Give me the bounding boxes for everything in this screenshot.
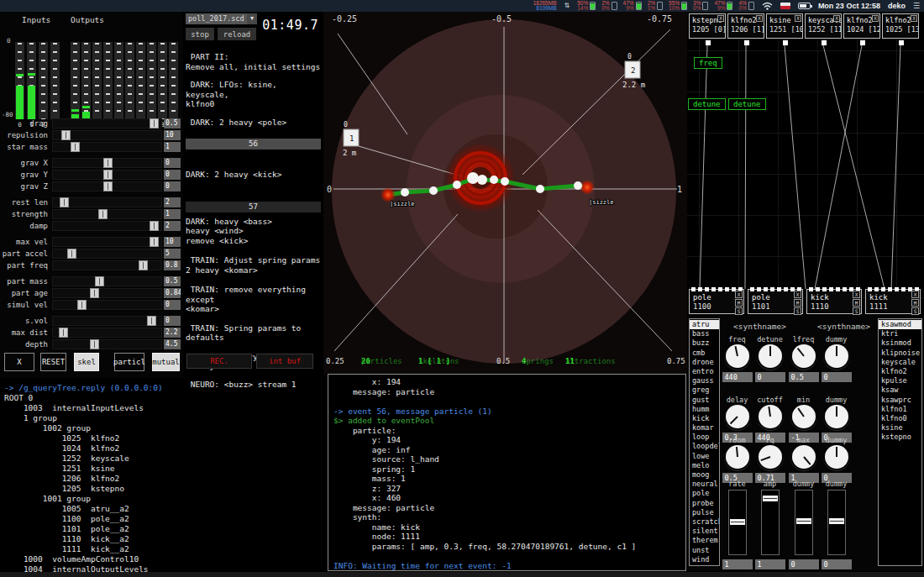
input-port[interactable]: [901, 287, 906, 291]
max-knob[interactable]: [792, 445, 816, 469]
slider-handle[interactable]: [90, 288, 99, 298]
fader-handle[interactable]: [796, 518, 811, 524]
lfo-list-item[interactable]: ksawmod: [879, 320, 921, 329]
m-button[interactable]: M: [853, 299, 860, 307]
param-slider[interactable]: [52, 197, 162, 207]
cue-progress-bar[interactable]: 57: [186, 202, 321, 212]
input-port[interactable]: [711, 287, 716, 291]
s-button[interactable]: S: [911, 307, 919, 315]
input-port[interactable]: [881, 287, 885, 291]
cutoff-knob[interactable]: [759, 405, 782, 428]
battery-icon[interactable]: [798, 3, 811, 9]
int-buf-button[interactable]: int buf: [256, 354, 313, 369]
input-port[interactable]: [691, 287, 696, 291]
param-slider[interactable]: [52, 288, 162, 298]
reload-button[interactable]: reload: [218, 28, 256, 40]
particl-button[interactable]: particl: [114, 353, 144, 371]
node-output-port[interactable]: [783, 40, 788, 45]
close-icon[interactable]: X: [756, 15, 763, 22]
lfo-list-item[interactable]: klfno2: [879, 367, 921, 376]
synth-list-item[interactable]: loopdel: [690, 442, 719, 451]
synth-list-item[interactable]: gauss: [690, 376, 719, 386]
lfo-list-item[interactable]: ksawprc: [879, 396, 921, 405]
input-port[interactable]: [843, 287, 847, 291]
synth-list-item[interactable]: pole: [690, 489, 719, 498]
synth-node[interactable]: kick1110XMS: [806, 289, 862, 314]
param-slider[interactable]: [52, 130, 162, 140]
close-icon[interactable]: X: [717, 15, 724, 22]
lfo-list-item[interactable]: keyscale: [879, 358, 921, 367]
input-port[interactable]: [874, 287, 879, 291]
synth-list-item[interactable]: lowe: [690, 452, 719, 461]
param-tag-freq[interactable]: freq: [694, 57, 722, 69]
synth-list-item[interactable]: melo: [690, 461, 719, 470]
menubar-user[interactable]: deko: [888, 2, 906, 10]
synth-list-item[interactable]: neural: [690, 480, 719, 489]
slider-handle[interactable]: [103, 158, 113, 168]
amp-fader[interactable]: [761, 490, 780, 555]
slider-handle[interactable]: [77, 300, 87, 310]
menu-list-icon[interactable]: ☰: [913, 2, 920, 10]
slider-handle[interactable]: [59, 328, 68, 338]
m-button[interactable]: M: [735, 299, 743, 307]
s-button[interactable]: S: [794, 307, 801, 315]
fader-handle[interactable]: [763, 496, 778, 501]
slider-handle[interactable]: [150, 221, 159, 231]
param-slider[interactable]: [52, 249, 162, 259]
cue-progress-bar[interactable]: 56: [186, 139, 321, 149]
lfo-list-item[interactable]: kpulse: [879, 376, 921, 386]
param-slider[interactable]: [52, 118, 162, 129]
x-button[interactable]: X: [4, 353, 34, 371]
x-button[interactable]: X: [735, 291, 743, 298]
x-button[interactable]: X: [853, 291, 860, 298]
input-port[interactable]: [725, 287, 729, 291]
node-tree-console[interactable]: -> /g_queryTree.reply (0.0.0.0:0)ROOT 0 …: [4, 383, 325, 576]
slider-handle[interactable]: [103, 181, 113, 191]
synth-list-item[interactable]: unst: [690, 546, 719, 555]
synth-list-item[interactable]: bass: [690, 329, 719, 338]
slider-handle[interactable]: [95, 276, 104, 286]
input-port[interactable]: [888, 287, 892, 291]
synth-list-item[interactable]: scratch: [690, 517, 719, 527]
synth-list-item[interactable]: probe: [690, 499, 719, 508]
slider-handle[interactable]: [147, 316, 156, 326]
lfo-list-item[interactable]: klipnoise: [879, 349, 921, 358]
node-output-port[interactable]: [706, 40, 711, 45]
input-port[interactable]: [895, 287, 899, 291]
synth-list-item[interactable]: silent: [690, 527, 719, 536]
node-output-port[interactable]: [899, 40, 904, 45]
param-slider[interactable]: [52, 158, 162, 168]
record-button[interactable]: REC.: [186, 354, 252, 369]
lfo-node[interactable]: kstepnoX1205 [0]: [689, 13, 726, 39]
synth-list-item[interactable]: cmb: [690, 349, 719, 358]
lfo-list-item[interactable]: ksine: [879, 423, 921, 433]
param-slider[interactable]: [52, 300, 162, 310]
input-port[interactable]: [816, 287, 820, 291]
dummy-fader[interactable]: [795, 490, 813, 555]
param-slider[interactable]: [52, 170, 162, 180]
dummy-knob[interactable]: [825, 405, 848, 428]
synth-list-item[interactable]: loop: [690, 433, 719, 442]
synth-list-item[interactable]: komar: [690, 423, 719, 433]
lfo-node[interactable]: klfno2X1206 [1]: [727, 13, 764, 39]
param-slider[interactable]: [52, 221, 162, 231]
slider-handle[interactable]: [60, 197, 69, 207]
synth-list-item[interactable]: greg: [690, 386, 719, 395]
param-slider[interactable]: [52, 237, 162, 247]
input-port[interactable]: [829, 287, 833, 291]
input-port[interactable]: [777, 287, 781, 291]
m-button[interactable]: M: [911, 299, 919, 307]
stop-button[interactable]: stop: [186, 28, 214, 40]
close-icon[interactable]: X: [833, 15, 840, 22]
x-button[interactable]: X: [794, 291, 801, 298]
node-output-port[interactable]: [744, 40, 749, 45]
slider-handle[interactable]: [67, 249, 76, 259]
lfo-list-item[interactable]: kstepno: [879, 433, 921, 442]
slider-handle[interactable]: [71, 142, 80, 152]
mutual-button[interactable]: mutual: [152, 353, 180, 371]
dummy-fader[interactable]: [827, 490, 846, 555]
param-tag-detune[interactable]: detune: [728, 98, 766, 110]
slider-handle[interactable]: [61, 130, 71, 140]
input-port[interactable]: [868, 287, 872, 291]
lfo-list-item[interactable]: klfno1: [879, 405, 921, 414]
